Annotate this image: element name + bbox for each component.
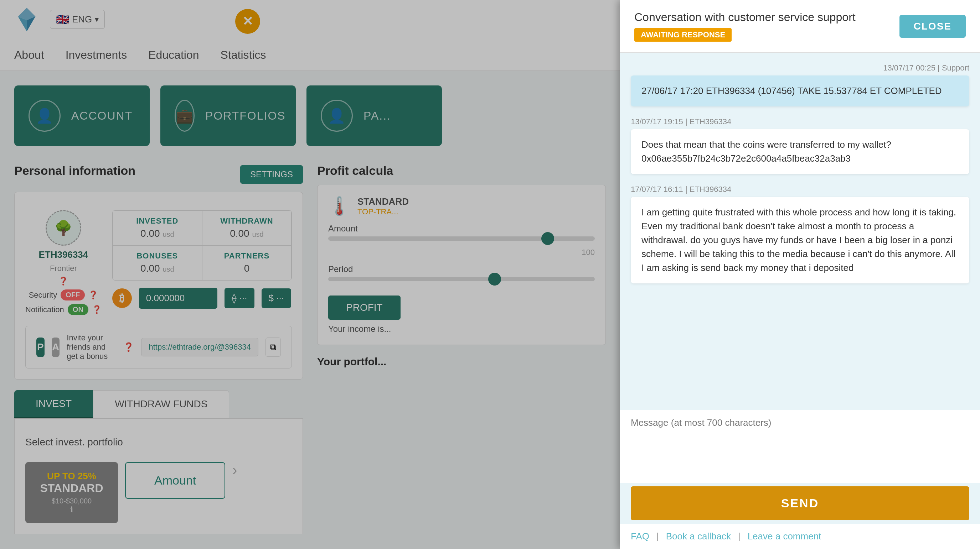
send-area: SEND [620,483,980,524]
security-help-icon: ❓ [88,290,98,300]
copy-icon: ⧉ [270,342,276,352]
message-1: 13/07/17 00:25 | Support 27/06/17 17:20 … [631,63,969,106]
username: ETH396334 [39,249,88,260]
notification-toggle[interactable]: ON [68,304,88,315]
pa-icon: 👤 [321,100,353,132]
profit-calc-section: Profit calcula 🌡️ STANDARD TOP-TRA... Am… [317,164,606,345]
next-arrow[interactable]: › [232,462,237,478]
amount-slider-row: Amount 100 [328,224,595,257]
security-toggle[interactable]: OFF [60,289,85,300]
nav-about[interactable]: About [14,45,44,65]
settings-button[interactable]: SETTINGS [240,165,303,184]
personal-section: Personal information SETTINGS 🌳 ETH39633… [14,164,303,534]
invite-help-icon: ❓ [123,342,134,352]
message-input[interactable] [631,417,969,474]
navigation: About Investments Education Statistics [0,39,620,71]
personal-title: Personal information [14,164,135,178]
invested-cell: INVESTED 0.00 usd [113,210,202,245]
crypto-row: ₿ ⟠ ··· $ ··· [112,288,292,309]
invest-form: Select invest. portfolio UP TO 25% STAND… [14,418,303,534]
referral-row: P A Invite your friends and get a bonus … [25,326,292,368]
pa-card[interactable]: 👤 PA... [307,86,442,146]
invested-value: 0.00 usd [120,228,194,239]
lang-label: ENG [72,14,92,25]
chat-input-area [620,410,980,483]
nav-statistics[interactable]: Statistics [220,45,266,65]
personal-box: 🌳 ETH396334 Frontier ❓ Security OFF ❓ No… [14,192,303,379]
close-x-button[interactable]: ✕ [235,9,260,34]
notification-toggle-row: Notification ON ❓ [25,304,102,315]
standard-range: $10-$30,000 [36,497,107,505]
period-slider-label: Period [328,264,595,274]
dollar-icon: $ [269,293,274,303]
standard-card[interactable]: UP TO 25% STANDARD $10-$30,000 ℹ [25,462,118,523]
partners-value: 0 [210,263,284,274]
msg-3-bubble: I am getting quite frustrated with this … [631,197,969,283]
chat-panel: Conversation with customer service suppo… [620,0,980,549]
message-3: 17/07/17 16:11 | ETH396334 I am getting … [631,185,969,283]
withdrawn-cell: WITHDRAWN 0.00 usd [202,210,291,245]
balance-input[interactable] [139,288,217,309]
notification-help-icon: ❓ [92,305,102,314]
top-trade-label: TOP-TRA... [358,207,409,216]
amount-button[interactable]: Amount [125,462,225,499]
security-toggle-row: Security OFF ❓ [29,289,98,300]
bonuses-cell: BONUSES 0.00 usd [113,245,202,280]
tab-withdraw-funds[interactable]: WITHDRAW FUNDS [93,390,229,418]
info-icon: ℹ [70,505,73,514]
bottom-tabs: INVEST WITHDRAW FUNDS [14,390,303,418]
language-selector[interactable]: 🇬🇧 ENG ▾ [50,10,105,29]
account-label: ACCOUNT [71,109,132,122]
period-slider-thumb[interactable] [488,273,501,286]
msg-2-timestamp: 13/07/17 19:15 | ETH396334 [631,117,969,126]
chevron-down-icon: ▾ [95,15,99,24]
thermometer-icon: 🌡️ [328,196,350,216]
period-slider-row: Period [328,264,595,281]
withdrawn-value: 0.00 usd [210,228,284,239]
account-card[interactable]: 👤 ACCOUNT [14,86,150,146]
help-icon: ❓ [59,277,68,286]
nav-investments[interactable]: Investments [65,45,127,65]
book-callback-link[interactable]: Book a callback [666,531,731,542]
sep-1: | [656,531,659,542]
amount-slider-thumb[interactable] [541,232,554,245]
invest-withdraw-box: INVESTED 0.00 usd WITHDRAWN 0.00 us [112,210,292,281]
your-portfolio-title: Your portfol... [317,356,606,368]
nav-education[interactable]: Education [148,45,199,65]
select-portfolio-label: Select invest. portfolio [25,436,292,448]
withdrawn-label: WITHDRAWN [210,216,284,226]
profit-button[interactable]: PROFIT [328,295,401,320]
faq-link[interactable]: FAQ [631,531,649,542]
income-text: Your income is... [328,324,595,334]
copy-link-button[interactable]: ⧉ [266,338,281,357]
portfolios-card[interactable]: 💼 PORTFOLIOS [161,86,296,146]
amount-slider-label: Amount [328,224,595,233]
profit-calc-title: Profit calcula [317,164,606,178]
amount-slider-track [328,236,595,241]
tab-invest[interactable]: INVEST [14,390,93,418]
msg-2-bubble: Does that mean that the coins were trans… [631,129,969,174]
portfolios-icon: 💼 [175,100,194,132]
standard-pct: UP TO 25% [36,471,107,482]
account-icon: 👤 [29,100,60,132]
right-section: Profit calcula 🌡️ STANDARD TOP-TRA... Am… [317,164,606,534]
close-chat-button[interactable]: CLOSE [899,15,966,38]
period-slider-track [328,277,595,281]
leave-comment-link[interactable]: Leave a comment [748,531,821,542]
invested-label: INVESTED [120,216,194,226]
cards-row: 👤 ACCOUNT 💼 PORTFOLIOS 👤 PA... [14,86,606,146]
dollar-button[interactable]: $ ··· [262,289,291,308]
chat-title: Conversation with customer service suppo… [634,11,899,24]
stats-area: INVESTED 0.00 usd WITHDRAWN 0.00 us [112,210,292,315]
send-button[interactable]: SEND [631,486,969,520]
chat-footer-links: FAQ | Book a callback | Leave a comment [620,524,980,549]
message-2: 13/07/17 19:15 | ETH396334 Does that mea… [631,117,969,174]
bonuses-label: BONUSES [120,251,194,260]
eth-button[interactable]: ⟠ ··· [224,288,255,308]
standard-name: STANDARD [36,482,107,495]
flag-icon: 🇬🇧 [56,13,69,25]
user-info-row: 🌳 ETH396334 Frontier ❓ Security OFF ❓ No… [25,210,292,315]
awaiting-badge: AWAITING RESPONSE [634,28,732,42]
msg-1-timestamp: 13/07/17 00:25 | Support [631,63,969,73]
standard-label: STANDARD [358,196,409,207]
